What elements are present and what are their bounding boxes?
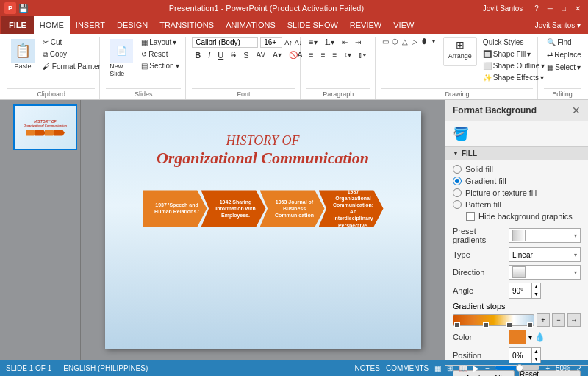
pattern-fill-radio[interactable] [453,200,462,209]
gradient-stop-4[interactable] [527,322,533,328]
align-right[interactable]: ≡ [330,49,340,60]
pattern-fill-option[interactable]: Pattern fill [453,200,581,209]
fit-slide[interactable]: ⤢ [576,364,582,372]
eyedropper-icon[interactable]: 💧 [534,332,545,342]
bullets-button[interactable]: ≡▾ [306,37,320,48]
bold-button[interactable]: B [192,50,204,60]
undo-icon[interactable] [30,4,39,13]
reset-button[interactable]: ↺ Reset [138,49,182,60]
hide-bg-checkbox[interactable] [466,212,475,221]
outdent-button[interactable]: ⇤ [339,37,351,48]
add-stop-button[interactable]: + [537,313,550,327]
close-button[interactable]: ✕ [572,4,584,13]
arrange-button[interactable]: ⊞ Arrange [443,37,477,66]
redo-icon[interactable] [41,4,50,13]
hide-bg-option[interactable]: Hide background graphics [466,212,581,221]
new-slide-button[interactable]: 📄 New Slide [106,37,137,79]
transitions-menu[interactable]: TRANSITIONS [154,16,220,34]
section-button[interactable]: ▤ Section ▾ [138,60,182,71]
notes-button[interactable]: NOTES [355,364,380,372]
angle-spinbox[interactable]: 90° ▲ ▼ [509,283,541,299]
view-menu[interactable]: VIEW [387,16,420,34]
position-spin-arrows[interactable]: ▲ ▼ [531,348,540,363]
arrow-4[interactable]: 1987 Organizational Communication: An In… [319,190,384,227]
find-button[interactable]: 🔍 Find [544,37,574,48]
home-menu[interactable]: HOME [34,16,70,34]
copy-button[interactable]: ⧉ Copy [40,49,104,60]
design-menu[interactable]: DESIGN [111,16,154,34]
zoom-handle[interactable] [516,364,523,372]
gradient-fill-radio[interactable] [453,177,462,185]
gradient-stop-1[interactable] [454,322,460,328]
reverse-stops-button[interactable]: ↔ [567,313,581,327]
select-button[interactable]: ▦ Select ▾ [544,62,584,73]
gradient-stop-3[interactable] [506,322,512,328]
quick-save-icon[interactable]: 💾 [19,4,28,13]
shape-5[interactable]: ⬮ [420,37,429,46]
arrow-2[interactable]: 1942 Sharing Information with Employees. [201,190,266,227]
shape-2[interactable]: ⬡ [391,37,400,46]
cut-button[interactable]: ✂ Cut [40,37,104,48]
zoom-in[interactable]: + [545,364,550,372]
italic-button[interactable]: I [205,50,213,60]
fontcolor-button[interactable]: A▾ [270,49,284,60]
color-swatch[interactable] [509,330,526,344]
layout-button[interactable]: ▦ Layout ▾ [138,37,182,48]
paste-button[interactable]: 📋 Paste [7,37,38,72]
columns[interactable]: ⫿▾ [356,49,369,60]
direction-dropdown[interactable]: ▾ [509,265,581,280]
picture-fill-radio[interactable] [453,188,462,197]
format-panel-close[interactable]: ✕ [572,104,581,116]
numbering-button[interactable]: 1.▾ [322,37,337,48]
angle-up[interactable]: ▲ [532,283,540,291]
slide-canvas[interactable]: HISTORY OF Organizational Communication … [105,111,421,349]
picture-fill-option[interactable]: Picture or texture fill [453,188,581,197]
line-spacing[interactable]: ↕▾ [341,49,354,60]
font-name-input[interactable]: Calibri (Body) [192,37,258,48]
minimize-button[interactable]: ─ [545,4,556,13]
slideshow-view[interactable]: ▶ [473,364,479,372]
comments-button[interactable]: COMMENTS [386,364,429,372]
arrow-1[interactable]: 1937 'Speech and Human Relations.' [143,190,207,227]
shape-effects-button[interactable]: ✨ Shape Effects ▾ [480,72,548,83]
gradient-stop-2[interactable] [483,322,489,328]
position-down[interactable]: ▼ [532,355,540,363]
indent-button[interactable]: ⇥ [352,37,364,48]
gradient-fill-option[interactable]: Gradient fill [453,177,581,185]
slideshow-menu[interactable]: SLIDE SHOW [282,16,344,34]
angle-spin-arrows[interactable]: ▲ ▼ [531,283,540,298]
normal-view[interactable]: ▦ [434,364,441,372]
type-dropdown[interactable]: Linear ▾ [509,247,581,262]
help-button[interactable]: ? [531,4,542,13]
shape-fill-button[interactable]: 🔲 Shape Fill ▾ [480,49,548,60]
zoom-slider[interactable] [495,366,539,370]
canvas-area[interactable]: HISTORY OF Organizational Communication … [81,100,445,360]
shape-outline-button[interactable]: ⬜ Shape Outline ▾ [480,60,548,71]
solid-fill-option[interactable]: Solid fill [453,165,581,174]
strikethrough-button[interactable]: S̶ [228,49,239,60]
review-menu[interactable]: REVIEW [344,16,387,34]
shape-1[interactable]: ▭ [381,37,390,46]
user-profile[interactable]: Jovit Santos ▾ [535,21,581,29]
replace-button[interactable]: ⇄ Replace [544,49,584,60]
shadow-button[interactable]: S [240,50,251,60]
fill-section[interactable]: ▼ FILL [445,146,588,160]
align-center[interactable]: ≡ [318,49,329,60]
solid-fill-radio[interactable] [453,165,462,174]
shape-4[interactable]: ▷ [410,37,419,46]
arrow-3[interactable]: 1963 Journal of Business Communication [260,190,325,227]
font-size-input[interactable]: 16+ [260,37,282,48]
position-spinbox[interactable]: 0% ▲ ▼ [509,347,541,363]
align-left[interactable]: ≡ [306,49,317,60]
charspacing-button[interactable]: AV [254,49,269,60]
file-menu[interactable]: FILE [1,16,34,34]
quick-styles-button[interactable]: Quick Styles [480,37,548,48]
slide-thumbnail[interactable]: HISTORY OF Organizational Communication [13,104,77,150]
animations-menu[interactable]: ANIMATIONS [220,16,282,34]
position-up[interactable]: ▲ [532,348,540,355]
reading-view[interactable]: 📖 [459,364,467,372]
underline-button[interactable]: U [215,50,226,60]
angle-down[interactable]: ▼ [532,291,540,298]
color-dropdown-arrow[interactable]: ▾ [528,333,532,341]
gradient-bar[interactable] [453,314,534,326]
